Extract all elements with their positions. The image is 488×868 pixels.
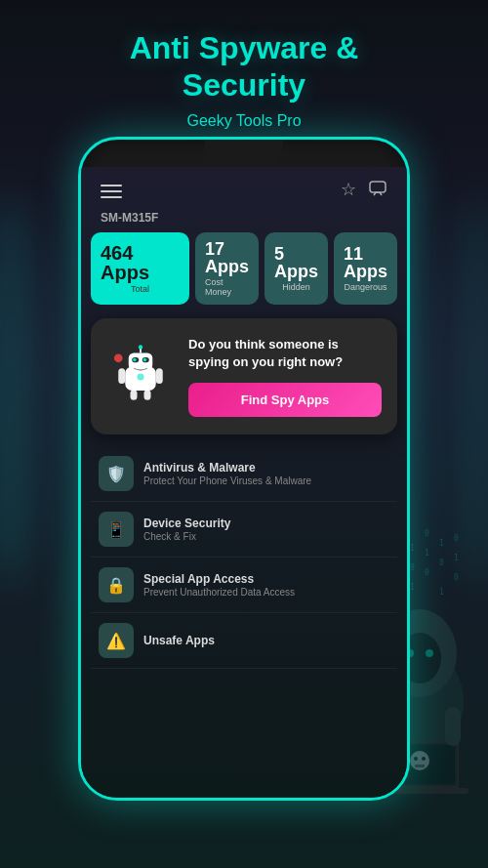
svg-point-1: [114, 353, 123, 362]
svg-text:0: 0: [425, 568, 429, 577]
stat-cost-label: Cost Money: [205, 277, 249, 297]
spy-card: Do you think someone is spying on you ri…: [91, 318, 397, 434]
antivirus-title: Antivirus & Malware: [143, 461, 389, 475]
app-title: Anti Spyware & Security: [20, 29, 468, 104]
device-security-text: Device Security Check & Fix: [143, 517, 389, 542]
stat-dangerous[interactable]: 11 Apps Dangerous: [334, 232, 397, 305]
menu-item-special-access[interactable]: 🔒 Special App Access Prevent Unauthorize…: [91, 558, 397, 613]
spy-text: Do you think someone is spying on you ri…: [188, 336, 382, 417]
phone-screen: ☆ SM-M315F 464 Apps Total: [81, 167, 407, 798]
svg-rect-3: [129, 352, 153, 370]
device-name: SM-M315F: [81, 211, 407, 232]
unsafe-title: Unsafe Apps: [143, 634, 389, 647]
unsafe-icon: ⚠️: [99, 623, 134, 658]
svg-text:1: 1: [439, 588, 444, 597]
stat-total[interactable]: 464 Apps Total: [91, 232, 189, 305]
star-icon[interactable]: ☆: [341, 179, 356, 203]
topbar-icons: ☆: [341, 179, 387, 203]
stat-cost[interactable]: 17 Apps Cost Money: [195, 232, 259, 305]
stat-dangerous-number: 11 Apps: [344, 245, 387, 280]
title-line1: Anti Spyware &: [130, 30, 359, 65]
stat-cost-number: 17 Apps: [205, 240, 249, 275]
hamburger-menu-button[interactable]: [101, 185, 122, 198]
special-access-icon: 🔒: [99, 567, 134, 602]
svg-rect-12: [156, 368, 163, 384]
chat-icon[interactable]: [368, 179, 387, 203]
antivirus-subtitle: Protect Your Phone Viruses & Malware: [143, 475, 389, 486]
svg-point-59: [422, 757, 426, 761]
stat-total-label: Total: [131, 284, 149, 294]
svg-text:0: 0: [439, 558, 444, 567]
device-security-title: Device Security: [143, 517, 389, 530]
svg-text:1: 1: [410, 583, 415, 592]
phone-container: ☆ SM-M315F 464 Apps Total: [78, 137, 410, 801]
svg-point-53: [426, 649, 433, 657]
antivirus-text: Antivirus & Malware Protect Your Phone V…: [143, 461, 389, 486]
svg-point-10: [138, 373, 144, 380]
svg-text:0: 0: [454, 534, 459, 543]
svg-point-8: [133, 357, 137, 361]
special-access-text: Special App Access Prevent Unauthorized …: [143, 572, 389, 598]
special-access-subtitle: Prevent Unauthorized Data Access: [143, 587, 389, 598]
svg-rect-60: [415, 765, 425, 767]
find-spy-button[interactable]: Find Spy Apps: [188, 383, 382, 417]
special-access-title: Special App Access: [143, 572, 389, 586]
stat-dangerous-label: Dangerous: [344, 282, 386, 292]
device-security-subtitle: Check & Fix: [143, 531, 389, 542]
title-line2: Security: [183, 67, 305, 103]
svg-text:0: 0: [425, 529, 429, 538]
stat-hidden-number: 5 Apps: [274, 245, 318, 280]
svg-rect-62: [445, 707, 461, 746]
svg-rect-14: [144, 390, 151, 400]
phone-frame: ☆ SM-M315F 464 Apps Total: [78, 137, 410, 801]
unsafe-text: Unsafe Apps: [143, 634, 389, 647]
brand-name: Geeky Tools Pro: [20, 112, 468, 130]
menu-item-unsafe[interactable]: ⚠️ Unsafe Apps: [91, 613, 397, 669]
stat-hidden[interactable]: 5 Apps Hidden: [264, 232, 328, 305]
svg-text:0: 0: [410, 563, 415, 572]
svg-point-58: [414, 757, 418, 761]
header-section: Anti Spyware & Security Geeky Tools Pro: [0, 0, 488, 145]
device-security-icon: 📱: [99, 512, 134, 547]
svg-text:0: 0: [454, 573, 459, 582]
robot-icon: [106, 343, 175, 411]
svg-text:1: 1: [410, 544, 415, 553]
svg-text:1: 1: [454, 554, 459, 562]
stats-row: 464 Apps Total 17 Apps Cost Money 5 Apps…: [81, 232, 407, 312]
svg-text:1: 1: [439, 539, 444, 548]
svg-rect-0: [370, 182, 386, 192]
svg-point-5: [139, 345, 142, 349]
menu-item-device-security[interactable]: 📱 Device Security Check & Fix: [91, 502, 397, 558]
svg-text:1: 1: [425, 549, 429, 558]
phone-topbar: ☆: [81, 167, 407, 211]
svg-rect-11: [118, 368, 125, 384]
spy-question: Do you think someone is spying on you ri…: [188, 336, 382, 371]
svg-rect-13: [131, 390, 138, 400]
menu-item-antivirus[interactable]: 🛡️ Antivirus & Malware Protect Your Phon…: [91, 446, 397, 502]
stat-total-number: 464 Apps: [101, 243, 180, 282]
stat-hidden-label: Hidden: [282, 282, 310, 292]
svg-point-9: [143, 357, 147, 361]
menu-items-area: 🛡️ Antivirus & Malware Protect Your Phon…: [81, 440, 407, 675]
antivirus-icon: 🛡️: [99, 456, 134, 491]
